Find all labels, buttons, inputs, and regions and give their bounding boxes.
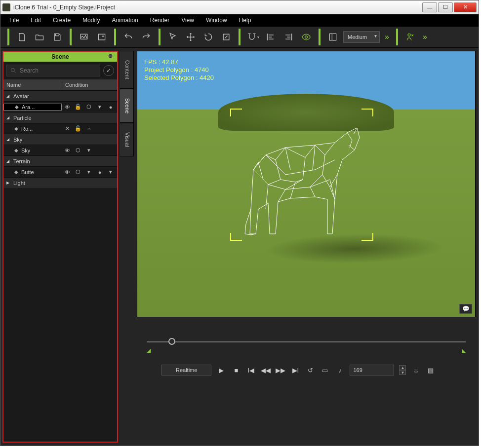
loop-button[interactable]: ↺ [305,365,315,375]
toolbar-more-button[interactable]: » [383,33,391,41]
menu-render[interactable]: Render [144,16,175,25]
tree-item[interactable]: ◆Butte👁⬡▾●▾ [3,166,117,177]
lock-icon[interactable]: 🔓 [75,104,81,110]
open-file-button[interactable] [32,30,47,44]
search-input[interactable] [20,67,97,74]
audio-button[interactable]: ♪ [335,365,345,375]
go-start-button[interactable]: I◀ [246,365,256,375]
tree-group-avatar[interactable]: ◢Avatar [3,90,117,101]
wireframe-horse [231,111,379,239]
menu-file[interactable]: File [3,16,25,25]
redo-button[interactable] [139,30,154,44]
new-file-button[interactable] [14,30,29,44]
snap-button[interactable]: ▾ [245,30,260,44]
sphere-icon[interactable]: ● [96,169,103,175]
tab-scene[interactable]: Scene [120,89,134,123]
eye-icon[interactable]: 👁 [64,148,71,153]
rotate-tool-button[interactable] [201,30,216,44]
export-video-button[interactable] [94,30,109,44]
marker-button[interactable]: ▭ [320,365,330,375]
dropdown-icon[interactable]: ▾ [107,169,114,175]
frame-up-button[interactable]: ▲ [399,365,406,370]
timeline-track[interactable]: ◢ ◣ [147,337,466,347]
minimize-button[interactable]: — [422,2,437,12]
toolbar-more-2-button[interactable]: » [421,33,429,41]
sphere-icon[interactable]: ● [107,104,114,110]
menu-create[interactable]: Create [47,16,77,25]
dropdown-icon[interactable]: ▾ [85,147,92,153]
column-condition[interactable]: Condition [62,82,117,88]
menu-view[interactable]: View [175,16,200,25]
align-right-button[interactable] [281,30,296,44]
scale-tool-button[interactable] [219,30,234,44]
step-back-button[interactable]: ◀◀ [261,365,271,375]
settings-icon[interactable]: ☼ [411,365,421,375]
stop-button[interactable]: ■ [231,365,241,375]
svg-point-6 [11,68,14,72]
timeline-playhead[interactable] [168,338,175,345]
toolbar-separator [70,29,72,45]
menu-help[interactable]: Help [233,16,257,25]
circle-icon[interactable]: ○ [85,126,92,132]
item-name-cell[interactable]: ◆Sky [3,148,62,153]
toolbar-separator [319,29,321,45]
visibility-button[interactable] [299,30,314,44]
cube-icon[interactable]: ⬡ [75,169,81,175]
play-button[interactable]: ▶ [216,365,226,375]
link-icon[interactable]: ✕ [64,125,71,132]
item-label: Ara... [22,104,35,110]
tree-headers: Name Condition [3,79,117,90]
menu-animation[interactable]: Animation [106,16,144,25]
timeline-start-marker-icon[interactable]: ◢ [147,347,151,354]
lock-icon[interactable]: 🔓 [75,125,81,132]
export-image-button[interactable] [77,30,91,44]
save-button[interactable] [50,30,65,44]
quality-select[interactable]: Medium [343,31,380,43]
tree-item[interactable]: ◆Ro...✕🔓○ [3,123,117,134]
menu-window[interactable]: Window [200,16,233,25]
go-end-button[interactable]: ▶I [290,365,300,375]
column-name[interactable]: Name [3,82,62,88]
app-icon [2,3,10,11]
item-label: Sky [21,148,30,153]
layout-button[interactable] [325,30,340,44]
item-name-cell[interactable]: ◆Ara... [3,104,62,111]
tree-group-particle[interactable]: ◢Particle [3,112,117,123]
frame-input[interactable] [350,365,394,375]
menu-modify[interactable]: Modify [77,16,106,25]
search-box [6,65,100,76]
viewport[interactable]: FPS : 42.87 Project Polygon : 4740 Selec… [137,51,476,317]
eye-icon[interactable]: 👁 [64,104,71,110]
timeline-panel-button[interactable]: ▤ [426,365,436,375]
comment-button[interactable]: 💬 [459,304,472,314]
item-name-cell[interactable]: ◆Butte [3,169,62,175]
step-fwd-button[interactable]: ▶▶ [276,365,285,375]
tree-group-sky[interactable]: ◢Sky [3,134,117,145]
undo-button[interactable] [121,30,136,44]
tree-item[interactable]: ◆Sky👁⬡▾ [3,145,117,155]
search-confirm-button[interactable]: ✓ [103,65,114,76]
tree-group-terrain[interactable]: ◢Terrain [3,155,117,166]
tab-visual[interactable]: Visual [120,123,134,156]
tree-group-light[interactable]: ▶Light [3,177,117,188]
play-mode-button[interactable]: Realtime [161,365,211,375]
cube-icon[interactable]: ⬡ [75,147,81,153]
item-name-cell[interactable]: ◆Ro... [3,126,62,132]
move-tool-button[interactable] [183,30,198,44]
dropdown-icon[interactable]: ▾ [85,169,92,175]
close-button[interactable]: ✕ [454,2,477,12]
svg-point-3 [305,36,308,38]
cube-icon[interactable]: ⬡ [85,104,92,110]
character-tool-button[interactable] [403,30,418,44]
tab-content[interactable]: Content [120,51,134,89]
eye-icon[interactable]: 👁 [64,169,71,175]
menu-edit[interactable]: Edit [25,16,47,25]
tree-item[interactable]: ◆Ara...👁🔓⬡▾● [3,101,117,112]
select-tool-button[interactable] [165,30,180,44]
close-panel-icon[interactable]: ⊗ [108,53,115,60]
frame-down-button[interactable]: ▼ [399,370,406,375]
timeline-end-marker-icon[interactable]: ◣ [462,347,466,354]
dropdown-icon[interactable]: ▾ [96,104,103,110]
align-left-button[interactable] [263,30,278,44]
maximize-button[interactable]: ☐ [438,2,453,12]
